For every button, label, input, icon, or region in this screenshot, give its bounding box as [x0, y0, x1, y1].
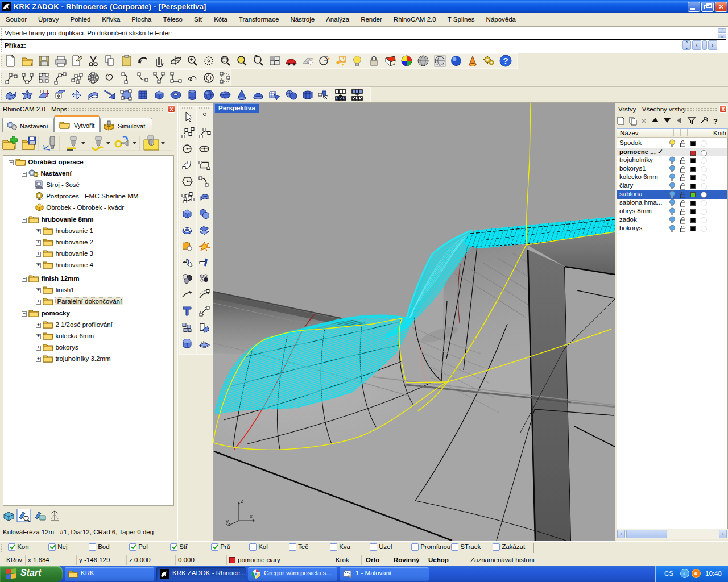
svg-text:?: ?	[503, 56, 508, 65]
svg-text:y: y	[226, 518, 229, 525]
svg-text:x: x	[250, 513, 253, 519]
svg-text:✕: ✕	[641, 117, 647, 125]
svg-text:?: ?	[713, 117, 718, 126]
svg-text:z: z	[241, 498, 243, 504]
